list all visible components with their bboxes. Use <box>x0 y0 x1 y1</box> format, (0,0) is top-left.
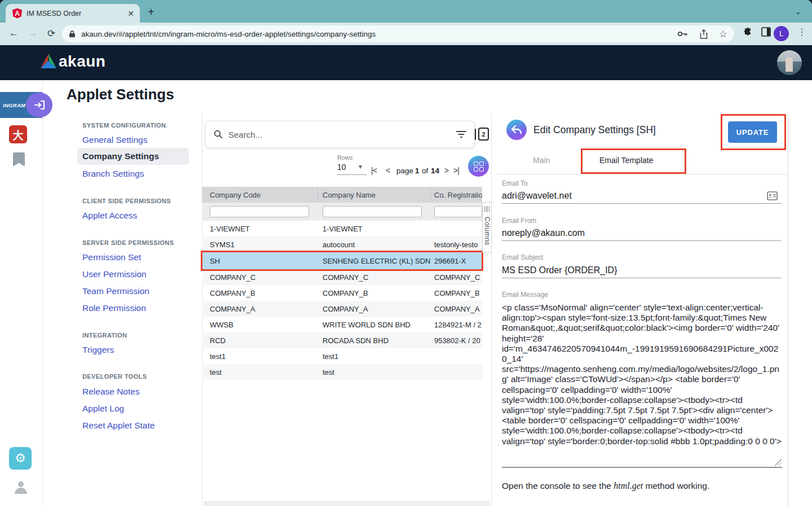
account-rail-icon[interactable] <box>15 481 27 494</box>
section-developer-tools: DEVELOPER TOOLS <box>82 373 147 380</box>
forward-nav-icon[interactable]: → <box>28 28 38 39</box>
browser-menu-icon[interactable]: ⋮ <box>797 27 806 37</box>
back-button[interactable] <box>506 120 527 140</box>
new-tab-button[interactable]: + <box>148 6 155 19</box>
cell-reg: 953802-K / 20 <box>434 336 480 345</box>
table-row[interactable]: test test <box>202 364 482 380</box>
search-icon <box>214 130 223 139</box>
sidebar-item-general-settings[interactable]: General Settings <box>82 135 147 145</box>
next-page-button[interactable]: > <box>444 166 448 175</box>
email-message-textarea[interactable]: <p class='MsoNormal' align='center' styl… <box>502 303 782 466</box>
cell-code: test <box>210 368 222 376</box>
sidebar-item-company-settings-label[interactable]: Company Settings <box>82 151 159 161</box>
tab-close-icon[interactable]: ✕ <box>127 9 134 18</box>
email-from-underline <box>502 240 782 241</box>
app-header <box>0 45 812 80</box>
cell-name: ROCADA SDN BHD <box>323 336 389 345</box>
sidebar-item-role-permission[interactable]: Role Permission <box>82 303 146 313</box>
cell-name: 1-VIEWNET <box>323 225 363 233</box>
rail-divider <box>42 80 43 508</box>
cell-name: test1 <box>323 352 338 361</box>
table-row[interactable]: COMPANY_B COMPANY_B COMPANY_B <box>202 285 482 301</box>
share-icon[interactable] <box>700 29 708 39</box>
detail-right-border <box>788 113 788 506</box>
email-from-field[interactable]: noreply@akaun.com <box>502 228 585 238</box>
rows-select-underline <box>337 174 367 175</box>
sidebar-item-branch-settings[interactable]: Branch Settings <box>82 169 144 179</box>
table-row[interactable]: 1-VIEWNET 1-VIEWNET <box>202 221 482 237</box>
filter-icon[interactable] <box>456 131 466 138</box>
horizontal-scrollbar[interactable] <box>204 501 489 506</box>
email-subject-underline <box>502 278 782 278</box>
grid-view-button[interactable] <box>468 156 489 177</box>
extensions-puzzle-icon[interactable] <box>743 27 753 37</box>
col-header-co-registration[interactable]: Co. Registration <box>434 191 482 199</box>
table-row[interactable]: test1 test1 <box>202 348 482 364</box>
bookmark-star-icon[interactable]: ☆ <box>719 28 727 40</box>
applet-launch-button[interactable] <box>26 93 52 117</box>
email-message-label: Email Message <box>502 291 548 299</box>
email-to-underline <box>502 203 782 204</box>
prev-page-button[interactable]: < <box>386 166 390 175</box>
table-row[interactable]: RCD ROCADA SDN BHD 953802-K / 20 <box>202 332 482 348</box>
note-prefix: Open the console to see the <box>502 481 614 491</box>
note-italic: html.get <box>614 481 643 491</box>
sidebar-item-release-notes[interactable]: Release Notes <box>82 387 140 397</box>
filter-co-registration-input[interactable] <box>434 206 482 217</box>
cell-reg: COMPANY_A <box>434 305 480 313</box>
rows-select-caret-icon[interactable]: ▼ <box>358 164 363 170</box>
filter-company-code-input[interactable] <box>210 206 309 217</box>
back-nav-icon[interactable]: ← <box>9 28 19 39</box>
resize-handle-icon[interactable] <box>775 459 782 466</box>
columns-tab-label[interactable]: Columns <box>483 217 491 246</box>
page-current: 1 <box>415 167 420 175</box>
tab-search-chevron-icon[interactable]: ⌄ <box>795 7 801 16</box>
sidebar-item-triggers[interactable]: Triggers <box>82 345 114 355</box>
col-header-company-code[interactable]: Company Code <box>210 191 261 199</box>
sidebar-item-applet-access[interactable]: Applet Access <box>82 211 137 221</box>
rows-per-page-select[interactable]: 10 <box>337 163 346 172</box>
sidebar-item-permission-set[interactable]: Permission Set <box>82 252 141 262</box>
browser-tab[interactable]: A IM MSESD Order ✕ <box>6 4 140 23</box>
search-box[interactable]: Search... <box>205 121 475 148</box>
tab-main[interactable]: Main <box>533 156 550 165</box>
rail-item-red-applet[interactable]: 大 <box>9 125 27 143</box>
table-row[interactable]: COMPANY_A COMPANY_A COMPANY_A <box>202 301 482 317</box>
email-to-label: Email To <box>502 179 528 187</box>
table-row[interactable]: SYMS1 autocount testonly-testo <box>202 237 482 252</box>
sidebar-item-user-permission[interactable]: User Permission <box>82 269 147 279</box>
cell-name: COMPANY_B <box>323 289 368 297</box>
table-row[interactable]: WWSB WRITE WORLD SDN BHD 1284921-M / 2 <box>202 317 482 332</box>
col-header-company-name[interactable]: Company Name <box>323 191 376 199</box>
table-row[interactable]: COMPANY_C COMPANY_C COMPANY_C <box>202 269 482 285</box>
cell-name: WRITE WORLD SDN BHD <box>323 321 411 329</box>
sidebar-item-reset-applet-state[interactable]: Reset Applet State <box>82 421 155 431</box>
pages-icon-back <box>475 129 476 140</box>
rows-per-page-label: Rows <box>337 154 353 161</box>
lock-icon <box>69 30 76 38</box>
browser-profile-avatar[interactable]: L <box>774 26 789 41</box>
last-page-button[interactable]: >| <box>453 166 459 175</box>
page-word: page <box>396 167 413 175</box>
settings-gear-button[interactable]: ⚙ <box>9 447 32 470</box>
url-bar[interactable]: akaun.dev/#/applet/tnt/cm/ingram-micro/m… <box>62 25 734 42</box>
back-arrow-icon <box>511 125 522 134</box>
filter-company-name-input[interactable] <box>323 206 422 217</box>
first-page-button[interactable]: |< <box>371 166 377 175</box>
search-placeholder: Search... <box>228 130 456 139</box>
sidebar-item-applet-log[interactable]: Applet Log <box>82 404 124 414</box>
pages-count-icon[interactable]: 2 <box>478 128 489 141</box>
email-to-field[interactable]: adri@wavelet.net <box>502 191 572 201</box>
browser-window: A IM MSESD Order ✕ + ⌄ ← → ⟳ akaun.dev/#… <box>0 0 812 508</box>
key-icon[interactable] <box>677 30 689 38</box>
cell-name: test <box>323 368 334 376</box>
sidebar-item-team-permission[interactable]: Team Permission <box>82 286 149 296</box>
bookmark-rail-icon[interactable] <box>13 152 25 167</box>
user-avatar[interactable] <box>777 50 802 75</box>
page-total: 14 <box>431 167 439 175</box>
contacts-icon[interactable] <box>767 191 778 200</box>
reload-icon[interactable]: ⟳ <box>47 28 55 40</box>
side-panel-icon[interactable] <box>761 27 771 37</box>
email-subject-field[interactable]: MS ESD Order {ORDER_ID} <box>502 265 617 275</box>
page-title: Applet Settings <box>67 86 174 103</box>
